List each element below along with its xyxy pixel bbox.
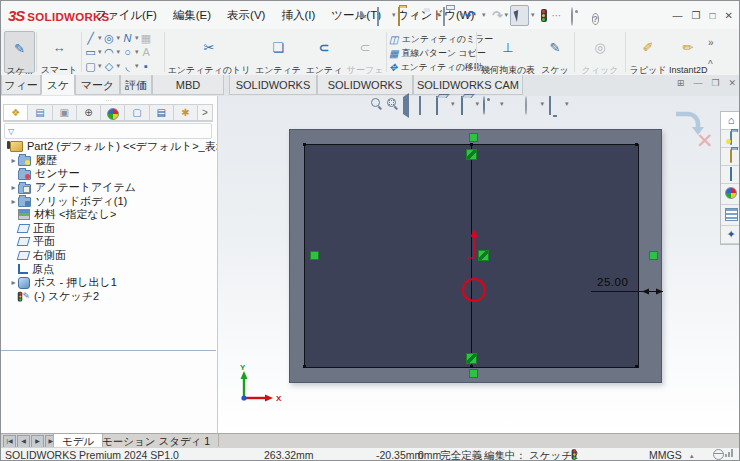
tree-rollback-bar[interactable] [1,350,216,351]
tree-item-history[interactable]: ▸履歴 [1,154,217,168]
cam-tools-tab[interactable]: ✦ [721,226,740,244]
menu-view[interactable]: 表示(V) [219,8,273,23]
sketch-centerline[interactable] [471,144,472,368]
line-tool-icon[interactable]: ╱ [84,32,97,45]
tab-features[interactable]: フィーチャー [1,75,41,95]
tree-item-sensors[interactable]: センサー [1,167,217,181]
caret-down-icon[interactable]: ▾ [392,11,396,19]
open-icon[interactable] [398,7,400,26]
appearances-scenes-tab[interactable] [721,187,740,205]
mirror-entities-button[interactable]: ◫エンティティのミラー [389,32,493,46]
sketch-vertex[interactable] [470,143,473,146]
hide-show-items-icon[interactable] [483,97,496,110]
tree-item-boss-extrude[interactable]: ▸ボス - 押し出し1 [1,276,217,290]
user-account-icon[interactable] [571,7,573,26]
graphics-viewport[interactable]: ▾ ▾ ▾ ▾ ▾ ✕ [218,96,740,433]
tree-item-solid-bodies[interactable]: ▸ソリッドボディ(1) [1,194,217,208]
sketch-vertex[interactable] [303,365,306,368]
units-selector[interactable]: MMGS [649,449,682,461]
caret-down-icon[interactable]: ▾ [98,62,102,70]
point-tool-icon[interactable]: ▪ [140,60,153,72]
tree-item-sketch2[interactable]: ✎(-) スケッチ2 [1,290,217,304]
help-icon[interactable]: ? [592,13,600,25]
caret-down-icon[interactable]: ▾ [117,34,121,42]
relation-marker-midpoint[interactable] [478,250,489,261]
doc-restore-button[interactable]: ❐ [711,78,719,88]
motion-study-tab[interactable]: モーション スタディ 1 [94,434,219,448]
relation-marker[interactable] [469,133,478,142]
dimxpert-manager-tab[interactable]: ⊕ [77,104,101,121]
globe-icon[interactable] [713,449,724,460]
sketch-vertex[interactable] [635,143,638,146]
ribbon-overflow-button[interactable]: » [708,37,714,48]
caret-down-icon[interactable]: ▾ [468,63,472,71]
display-style-icon[interactable] [459,97,472,110]
caret-down-icon[interactable]: ▾ [98,48,102,56]
doc-minimize-button[interactable]: — [693,78,702,88]
selected-point-highlight[interactable] [462,278,486,302]
caret-up-icon[interactable]: ▴ [690,452,694,460]
sketch-vertex[interactable] [303,143,306,146]
tree-item-front-plane[interactable]: 正面 [1,222,217,236]
spline-tool-icon[interactable]: N [121,32,134,44]
view-settings-icon[interactable] [548,97,561,110]
view-palette-tab[interactable] [721,166,740,184]
caret-down-icon[interactable]: ▾ [531,11,535,19]
caret-down-icon[interactable]: ▾ [460,11,464,19]
caret-down-icon[interactable]: ▾ [135,62,139,70]
minimize-button[interactable]: — [673,10,683,21]
panel-tabs-overflow[interactable]: > [198,104,213,121]
tab-solidworks-addins[interactable]: SOLIDWORKS アドイン [229,75,317,95]
menu-file[interactable]: ファイル(F) [87,8,165,23]
property-manager-tab[interactable]: ▤ [28,104,52,121]
caret-down-icon[interactable]: ▾ [117,48,121,56]
document-manager-tab[interactable]: ▢ [125,104,149,121]
caret-down-icon[interactable]: ▾ [135,34,139,42]
caret-right-icon[interactable]: ▸ [9,183,18,192]
restore-button[interactable]: ❐ [692,10,701,21]
relation-marker[interactable] [469,369,478,378]
new-document-icon[interactable] [377,7,379,26]
arc-tool-icon[interactable]: ◠ [103,46,116,59]
caret-down-icon[interactable]: ▾ [437,11,441,19]
section-view-icon[interactable] [418,97,431,110]
tree-item-annotations[interactable]: ▸アノテートアイテム [1,181,217,195]
caret-down-icon[interactable]: ▾ [505,11,509,19]
doc-close-button[interactable]: ✕ [728,78,736,88]
polygon-tool-icon[interactable]: ◇ [103,60,116,73]
tab-mbd-dimension[interactable]: MBD Dimension [152,75,224,95]
fillet-tool-icon[interactable]: ◟ [121,60,134,73]
caret-down-icon[interactable]: ▾ [468,49,472,57]
caret-right-icon[interactable]: ▸ [9,156,18,165]
undo-icon[interactable]: ↶ [465,8,480,23]
ribbon-collapse-button[interactable]: ^ [708,59,713,70]
view-orientation-icon[interactable] [434,97,447,110]
caret-down-icon[interactable]: ▾ [541,100,545,108]
file-explorer-tab[interactable] [721,148,740,166]
relation-marker-midpoint[interactable] [466,149,477,160]
confirmation-corner[interactable]: ✕ [670,101,718,151]
relation-marker-midpoint[interactable] [466,353,477,364]
tab-sketch[interactable]: スケッチ [41,75,75,95]
panel-resize-handle[interactable]: ··· [105,97,112,104]
tree-item-top-plane[interactable]: 平面 [1,235,217,249]
caret-down-icon[interactable]: ▾ [117,62,121,70]
close-button[interactable]: ✕ [725,10,733,21]
circle-tool-icon[interactable]: ◎ [103,32,116,45]
previous-view-icon[interactable] [402,97,415,110]
tab-evaluate[interactable]: 評価 [120,75,152,95]
dimension-value[interactable]: 25.00 [597,276,628,288]
rebuild-traffic-light-icon[interactable] [541,9,547,22]
sketch-vertex[interactable] [635,365,638,368]
zoom-fit-icon[interactable] [370,97,383,110]
custom-properties-tab[interactable] [721,208,740,226]
caret-down-icon[interactable]: ▾ [476,100,480,108]
caret-down-icon[interactable]: ▾ [500,100,504,108]
tree-item-origin[interactable]: 原点 [1,262,217,276]
sketch-button[interactable]: ✎ スケ...▾ [4,31,35,73]
caret-down-icon[interactable]: ▾ [98,34,102,42]
zoom-area-icon[interactable] [386,97,399,110]
ellipse-tool-icon[interactable]: ○ [121,46,134,58]
cam-operation-tree-tab[interactable]: ✱ [174,104,198,121]
caret-down-icon[interactable]: ▾ [415,11,419,19]
